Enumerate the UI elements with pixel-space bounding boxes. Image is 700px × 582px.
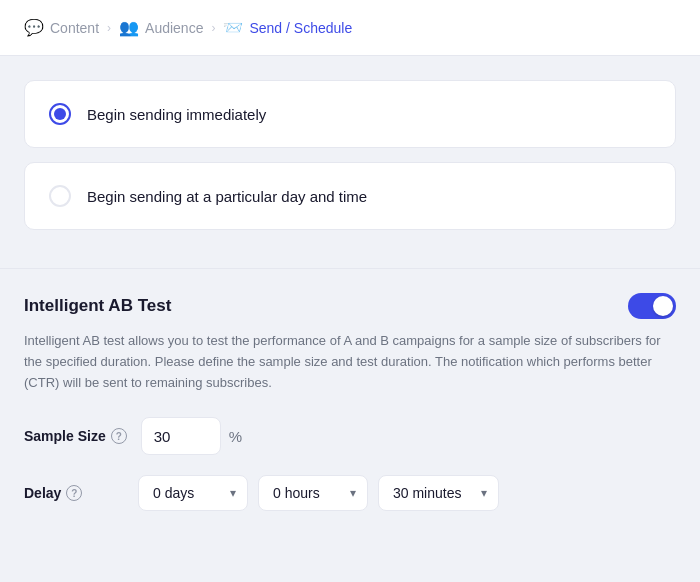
percent-label: % [229,428,242,445]
breadcrumb-audience-label: Audience [145,20,203,36]
sample-size-help-icon[interactable]: ? [111,428,127,444]
radio-particular-time[interactable] [49,185,71,207]
radio-immediately-inner [54,108,66,120]
ab-test-header: Intelligent AB Test [24,293,676,319]
sample-size-label: Sample Size ? [24,428,127,444]
sample-size-input-wrap: % [141,417,242,455]
days-select-wrap: 0 days 1 days 2 days 3 days ▾ [138,475,248,511]
delay-row: Delay ? 0 days 1 days 2 days 3 days ▾ 0 … [24,475,676,511]
ab-test-toggle[interactable] [628,293,676,319]
breadcrumb-content-label: Content [50,20,99,36]
breadcrumb-send-label: Send / Schedule [249,20,352,36]
option-immediately-label: Begin sending immediately [87,106,266,123]
delay-label: Delay ? [24,485,124,501]
breadcrumb: 💬 Content › 👥 Audience › 📨 Send / Schedu… [0,0,700,56]
audience-icon: 👥 [119,18,139,37]
toggle-track [628,293,676,319]
breadcrumb-content[interactable]: 💬 Content [24,18,99,37]
send-icon: 📨 [223,18,243,37]
breadcrumb-audience[interactable]: 👥 Audience [119,18,203,37]
chevron-icon-1: › [107,21,111,35]
sample-size-row: Sample Size ? % [24,417,676,455]
minutes-select[interactable]: 0 minutes 15 minutes 30 minutes 45 minut… [378,475,499,511]
breadcrumb-send-schedule[interactable]: 📨 Send / Schedule [223,18,352,37]
main-content: Begin sending immediately Begin sending … [0,56,700,268]
ab-test-description: Intelligent AB test allows you to test t… [24,331,676,393]
minutes-select-wrap: 0 minutes 15 minutes 30 minutes 45 minut… [378,475,499,511]
option-particular-time-label: Begin sending at a particular day and ti… [87,188,367,205]
days-select[interactable]: 0 days 1 days 2 days 3 days [138,475,248,511]
option-particular-time[interactable]: Begin sending at a particular day and ti… [24,162,676,230]
hours-select-wrap: 0 hours 1 hours 2 hours 3 hours 6 hours … [258,475,368,511]
ab-test-section: Intelligent AB Test Intelligent AB test … [0,269,700,559]
ab-test-title: Intelligent AB Test [24,296,171,316]
content-icon: 💬 [24,18,44,37]
hours-select[interactable]: 0 hours 1 hours 2 hours 3 hours 6 hours … [258,475,368,511]
chevron-icon-2: › [211,21,215,35]
delay-selects: 0 days 1 days 2 days 3 days ▾ 0 hours 1 … [138,475,499,511]
sample-size-input[interactable] [141,417,221,455]
option-immediately[interactable]: Begin sending immediately [24,80,676,148]
delay-help-icon[interactable]: ? [66,485,82,501]
radio-immediately[interactable] [49,103,71,125]
toggle-thumb [653,296,673,316]
